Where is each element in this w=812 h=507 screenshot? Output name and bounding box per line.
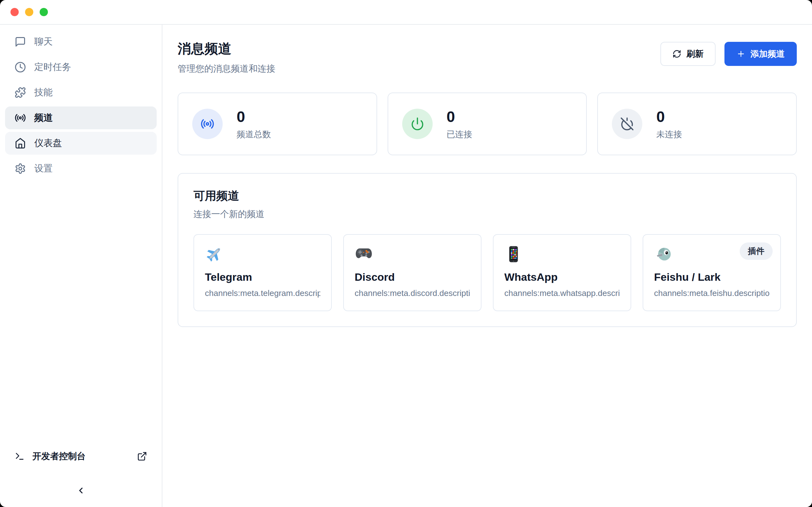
stat-value: 0 [447,108,472,125]
channel-name: Telegram [205,271,320,283]
channel-description: channels:meta.telegram.description [205,288,320,298]
home-icon [14,137,26,149]
sidebar-item-label: 仪表盘 [34,137,62,150]
minimize-window-button[interactable] [25,8,33,16]
mobile-phone-emoji [504,245,523,263]
sidebar-item-label: 技能 [34,86,53,99]
sidebar-item-label: 频道 [34,112,53,124]
refresh-icon [672,49,681,58]
terminal-icon [14,451,25,461]
stats-row: 0 频道总数 0 已连接 [177,93,797,155]
stat-label: 未连接 [656,129,682,140]
page-title: 消息频道 [177,40,275,58]
section-title: 可用频道 [194,188,781,204]
add-channel-button-label: 添加频道 [751,48,785,60]
main-content: 消息频道 管理您的消息频道和连接 刷新 添加频道 [162,25,812,507]
channel-description: channels:meta.feishu.description [654,288,769,298]
zoom-window-button[interactable] [40,8,48,16]
sidebar-item-label: 定时任务 [34,61,71,73]
channel-description: channels:meta.discord.description [355,288,470,298]
message-square-icon [14,36,26,48]
stat-label: 频道总数 [237,129,271,140]
channel-name: WhatsApp [504,271,620,283]
close-window-button[interactable] [10,8,19,16]
channel-card-whatsapp[interactable]: WhatsApp channels:meta.whatsapp.descript… [493,234,631,311]
add-channel-button[interactable]: 添加频道 [724,42,797,66]
stat-label: 已连接 [447,129,472,140]
stat-card-disconnected: 0 未连接 [597,93,797,155]
bird-emoji [654,245,672,263]
sidebar-item-label: 设置 [34,162,53,175]
sidebar-item-scheduled-tasks[interactable]: 定时任务 [5,56,157,78]
sidebar: 聊天 定时任务 技能 频道 [0,25,162,507]
stat-value: 0 [237,108,271,125]
developer-console-label: 开发者控制台 [32,450,86,462]
chevron-left-icon [76,486,86,495]
channel-name: Discord [355,271,470,283]
sidebar-spacer [5,182,157,445]
channel-grid: Telegram channels:meta.telegram.descript… [194,234,781,311]
puzzle-icon [14,87,26,98]
app-window: 聊天 定时任务 技能 频道 [0,0,812,507]
sidebar-item-channels[interactable]: 频道 [5,107,157,129]
channel-card-feishu[interactable]: 插件 Feishu / L [643,234,781,311]
sidebar-item-label: 聊天 [34,36,53,48]
stat-value: 0 [656,108,682,125]
gear-icon [14,163,26,174]
refresh-button-label: 刷新 [687,48,704,60]
sidebar-item-settings[interactable]: 设置 [5,157,157,180]
channel-name: Feishu / Lark [654,271,769,283]
sidebar-item-chat[interactable]: 聊天 [5,31,157,53]
channel-description: channels:meta.whatsapp.description [504,288,620,298]
stat-card-total-channels: 0 频道总数 [177,93,377,155]
sidebar-item-skills[interactable]: 技能 [5,81,157,104]
plus-icon [737,49,745,58]
titlebar [0,0,812,25]
available-channels-section: 可用频道 连接一个新的频道 [177,173,797,327]
refresh-button[interactable]: 刷新 [660,42,716,66]
page-header: 消息频道 管理您的消息频道和连接 刷新 添加频道 [177,40,797,75]
channel-card-discord[interactable]: Discord channels:meta.discord.descriptio… [343,234,481,311]
sidebar-collapse-button[interactable] [5,481,157,501]
section-subtitle: 连接一个新的频道 [194,208,781,220]
airplane-emoji [205,245,223,263]
radio-icon [14,112,26,124]
sidebar-item-dashboard[interactable]: 仪表盘 [5,132,157,155]
game-controller-emoji [355,245,373,263]
stat-card-connected: 0 已连接 [388,93,587,155]
power-icon [402,109,433,139]
traffic-lights [10,8,48,16]
radio-icon [192,109,223,139]
developer-console-button[interactable]: 开发者控制台 [5,445,157,468]
power-off-icon [612,109,642,139]
plugin-badge: 插件 [740,242,773,260]
channel-card-telegram[interactable]: Telegram channels:meta.telegram.descript… [194,234,332,311]
external-link-icon[interactable] [137,451,147,461]
page-subtitle: 管理您的消息频道和连接 [177,63,275,75]
clock-icon [14,61,26,73]
